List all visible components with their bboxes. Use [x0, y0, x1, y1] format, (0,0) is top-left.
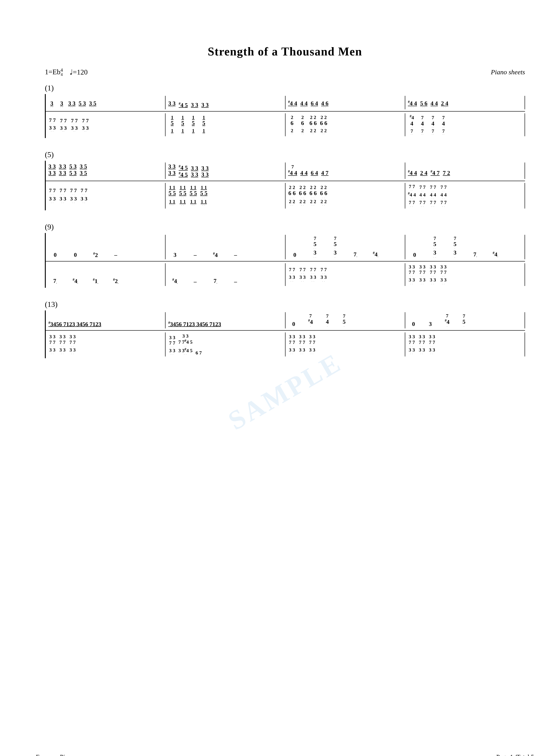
measure-13-3: 0 7 #4 · 7 4 · [286, 312, 405, 328]
note: 5 3 5 3 · · [69, 163, 77, 178]
note: 3 3 · · [68, 100, 76, 108]
measure-5-2: 3 3 3 3 · · #4 5 #4 5 3 3 3 3 [165, 163, 285, 179]
measure-9-1: 0 0 #2 – [46, 235, 165, 259]
bass-m9-3: 7 7 · · 3 3 · · 7 7 · · 3 3 · · [286, 263, 405, 286]
chord-note: 3 3 7 7 · · 3 3 · · [69, 334, 76, 355]
note: 5 6 · · [420, 100, 427, 108]
measure-13-2: #3456 7123 3456 7123 [165, 312, 285, 328]
chord-note: 1 1 5 5 · · 1 1 · · [168, 185, 176, 206]
note: 2 4 · · [441, 100, 448, 108]
note: 7 2 · · [443, 170, 450, 178]
measure-2: 3 3 · · #4 5 3 3 3 3 [165, 96, 285, 109]
barline [524, 235, 525, 259]
note: #4 4 · · [408, 170, 417, 178]
chord-note: 7 7 · · 3 3 · · [309, 267, 317, 282]
note: – [189, 252, 202, 258]
note: 4 4 · · [300, 100, 308, 108]
note: #2· [109, 278, 122, 285]
note: – [229, 252, 242, 258]
note: 6 4 · · [311, 170, 318, 178]
barline [524, 263, 525, 286]
chord-note: 2 2 6 6 · · 2 2 · · [299, 185, 307, 206]
note: 3 5 · · [89, 100, 96, 108]
chord-note: 1 5 · · 1 · · [200, 115, 208, 135]
note: – [109, 252, 122, 258]
note: 4 4 · · [431, 100, 438, 108]
meta-row: 1=Eb44 ♩=120 Piano sheets [45, 67, 525, 77]
barline [524, 183, 525, 208]
section-9-label: (9) [45, 223, 525, 231]
note: 7· [349, 252, 362, 258]
chord-note: 3 3 7 7 · · 3 3 · · [429, 264, 437, 285]
note: #2 [89, 252, 102, 258]
note: 3 3 [201, 102, 209, 108]
note: 2 4 · · [420, 170, 427, 178]
bass-measure-3: 2 6 · · 2 · · 2 6 · · [286, 113, 405, 136]
chord-note: 7 7 · · 3 3 · · [48, 117, 56, 132]
measure-3: #4 4 · · 4 4 · · 6 4 · · [286, 96, 405, 109]
stacked-note: 7 #4 · [305, 313, 316, 328]
note: #4· [168, 278, 182, 285]
section-13-system: #3456 7123 3456 7123 #3456 7123 3456 712… [45, 310, 525, 359]
bass-staff-5: 7 7 · · 3 3 · · 7 7 · · 3 3 · · [46, 181, 525, 210]
note: 0 [408, 321, 419, 328]
barline [524, 312, 525, 328]
chord-note: 7 7 · · 3 3 · · [320, 267, 328, 282]
chord-note: 7 4 · · 7 · · [440, 115, 447, 135]
footer-left: EveryonePiano.com [36, 753, 87, 756]
note: 0 [69, 252, 82, 258]
footer: EveryonePiano.com Page 1 /Total 5 [36, 753, 534, 756]
bass-measures-1: 7 7 · · 3 3 · · 7 7 · · 3 3 · · [46, 113, 525, 136]
bass-m5-4: 7 7 · · #4 4 · · 7 7 · · 7 7 · · [405, 183, 524, 208]
measure-5-1: 3 3 3 3 · · 3 3 3 3 · · 5 3 [46, 163, 165, 179]
chord-note: 1 5 · · 1 · · [179, 115, 187, 135]
note: 3 3 3 3 · · [168, 163, 176, 178]
note: 3 5 3 5 · · [80, 163, 87, 178]
note: 7 #4 4 · · [288, 164, 297, 178]
barline [524, 163, 525, 179]
section-1: (1) 3 · · 3 · · [45, 84, 525, 138]
note: #4 [209, 252, 222, 258]
chord-note: 1 5 · · 1 · · [168, 115, 176, 135]
measure-5-3: 7 #4 4 · · 4 4 · · 6 4 · · [286, 163, 405, 179]
note: #4 4 · · [408, 100, 417, 108]
treble-measures-5: 3 3 3 3 · · 3 3 3 3 · · 5 3 [46, 163, 525, 179]
section-13-staves: #3456 7123 3456 7123 #3456 7123 3456 712… [46, 310, 525, 359]
note: 0 [288, 321, 299, 328]
chord-note: 7 4 · · 7 · · [429, 115, 437, 135]
note: #3456 7123 3456 7123 [168, 321, 221, 328]
chord-note: 7 7 · · 3 3 · · [48, 187, 56, 204]
barline [524, 96, 525, 109]
note: #4 7 · · [431, 170, 440, 178]
chord-note: 7 7 · · 3 3 · · [288, 267, 296, 282]
note: 4 4 · · [300, 170, 308, 178]
chord-note: 7 7 · · 3 3 · · [299, 267, 307, 282]
chord-note: 7 7 · · 4 4 · · 7 7 · · [419, 184, 426, 208]
chord-note: 3 3 7 7 · · 3 3 · · [419, 264, 426, 285]
chord-note: 3 3 7 7 · · 3 3 · · [308, 334, 316, 355]
note: 3 3 [191, 102, 198, 108]
bass-measure-4: #4 4 · · 7 · · 7 4 · · [405, 113, 524, 136]
note: #4· [369, 251, 382, 258]
watermark: SAMPLE [223, 347, 347, 436]
note: #4· [489, 251, 502, 258]
bass-staff-9: 7· #4· #1· #2· [46, 261, 525, 288]
chord-note: 1 5 · · 1 · · [189, 115, 197, 135]
chord-note: 7 7 · · 4 4 · · 7 7 · · [429, 184, 437, 208]
chord-note: 7 7 · · 3 3 · · [60, 118, 67, 132]
chord-note: 3 3 7 7 · · 3 3 · · [408, 334, 416, 355]
note: 3 · · [48, 100, 55, 108]
note: 4 6 · · [321, 100, 329, 108]
note: 7· [209, 278, 222, 285]
chord-note: 1 1 5 5 · · 1 1 · · [200, 185, 208, 206]
footer-right: Page 1 /Total 5 [496, 753, 534, 756]
note: 0 [408, 252, 421, 258]
measure-13-4: 0 3 7 #4 · 7 5 [405, 312, 524, 328]
chord-note: 3 3 7 7 · · 3 3 · · [440, 264, 447, 285]
section-1-system: 3 · · 3 · · 3 3 · · [45, 94, 525, 138]
bass-m9-1: 7· #4· #1· #2· [46, 263, 165, 286]
section-9: (9) 0 0 #2 [45, 223, 525, 288]
measure-9-4: 0 7 5 · · 3 · · 7 5 [405, 235, 524, 259]
barline [524, 333, 525, 357]
page-title: Strength of a Thousand Men [45, 45, 525, 58]
